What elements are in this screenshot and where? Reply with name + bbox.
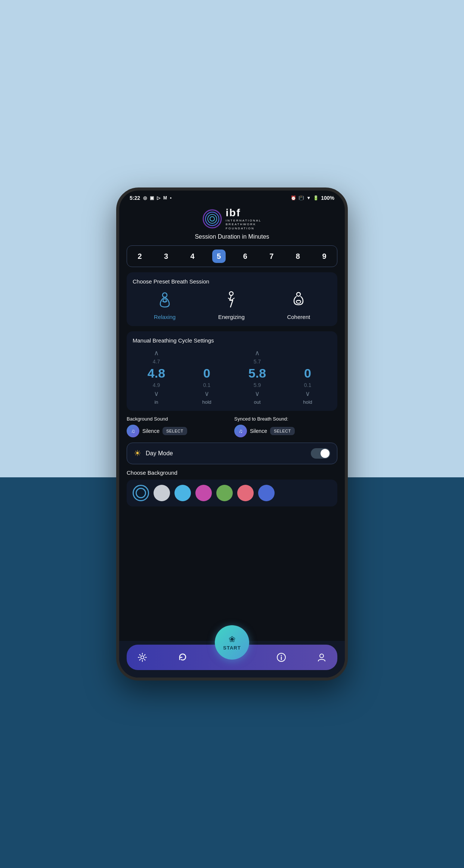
svg-point-12 bbox=[281, 655, 282, 656]
preset-energizing[interactable]: Energizing bbox=[218, 290, 245, 320]
bg-dark[interactable] bbox=[133, 485, 149, 501]
duration-8[interactable]: 8 bbox=[291, 249, 304, 263]
energizing-icon bbox=[221, 290, 242, 311]
logo-section: ibf INTERNATIONALBREATHWORKFOUNDATION Se… bbox=[127, 207, 337, 240]
in-above-value: 4.7 bbox=[153, 359, 160, 365]
breath-hold1-col: ∧ 0 0.1 ∨ hold bbox=[183, 349, 231, 405]
bg-sky-blue[interactable] bbox=[174, 485, 191, 501]
wifi-icon: ▼ bbox=[306, 195, 311, 201]
duration-6[interactable]: 6 bbox=[238, 249, 252, 263]
logo-row: ibf INTERNATIONALBREATHWORKFOUNDATION bbox=[202, 207, 262, 230]
energizing-label: Energizing bbox=[218, 314, 245, 320]
notification-icon: ◎ bbox=[143, 195, 147, 201]
reset-icon bbox=[178, 652, 188, 662]
duration-7[interactable]: 7 bbox=[265, 249, 278, 263]
preset-grid: Relaxing Energizing bbox=[133, 290, 331, 320]
in-below-value: 4.9 bbox=[153, 382, 160, 388]
outer-background: 5:22 ◎ ▣ ▷ M • ⏰ 📳 ▼ 🔋 100% bbox=[0, 0, 464, 868]
sound-section: Background Sound ♫ Silence SELECT Synced… bbox=[127, 416, 337, 437]
duration-2[interactable]: 2 bbox=[133, 249, 146, 263]
svg-point-3 bbox=[210, 217, 214, 221]
in-label: in bbox=[154, 399, 158, 405]
background-sound-title: Background Sound bbox=[127, 416, 230, 422]
hold2-label: hold bbox=[303, 399, 312, 405]
day-mode-toggle[interactable] bbox=[311, 448, 330, 459]
start-button-container: ❀ START bbox=[215, 625, 249, 660]
profile-nav-button[interactable] bbox=[313, 649, 330, 666]
dot-icon: • bbox=[170, 195, 171, 201]
start-label: START bbox=[223, 645, 241, 651]
out-below-value: 5.9 bbox=[254, 382, 261, 388]
in-down-arrow[interactable]: ∨ bbox=[154, 390, 159, 398]
background-sound-group: Background Sound ♫ Silence SELECT bbox=[127, 416, 230, 437]
synced-sound-name: Silence bbox=[250, 428, 267, 434]
out-down-arrow[interactable]: ∨ bbox=[255, 390, 260, 398]
bg-purple[interactable] bbox=[195, 485, 212, 501]
in-main-value: 4.8 bbox=[148, 366, 165, 381]
hold2-down-arrow[interactable]: ∨ bbox=[305, 390, 310, 398]
hold2-above-value bbox=[307, 359, 309, 365]
start-button[interactable]: ❀ START bbox=[215, 625, 249, 660]
message-icon: ▣ bbox=[150, 195, 154, 201]
battery-percent: 100% bbox=[321, 195, 334, 201]
svg-point-13 bbox=[320, 654, 324, 658]
day-mode-card: ☀ Day Mode bbox=[127, 443, 337, 464]
status-right: ⏰ 📳 ▼ 🔋 100% bbox=[291, 195, 334, 201]
svg-point-2 bbox=[208, 214, 217, 223]
svg-point-9 bbox=[141, 656, 144, 659]
duration-9[interactable]: 9 bbox=[318, 249, 331, 263]
synced-sound-icon[interactable]: ♫ bbox=[234, 425, 247, 437]
profile-icon bbox=[317, 652, 327, 662]
breathing-title: Manual Breathing Cycle Settings bbox=[133, 337, 331, 344]
sun-icon: ☀ bbox=[134, 449, 141, 458]
synced-sound-title: Synced to Breath Sound: bbox=[234, 416, 337, 422]
logo-spiral-icon bbox=[202, 209, 222, 229]
reset-nav-button[interactable] bbox=[174, 649, 191, 666]
background-sound-icon[interactable]: ♫ bbox=[127, 425, 139, 437]
session-duration-label: Session Duration in Minutes bbox=[195, 233, 269, 240]
duration-4[interactable]: 4 bbox=[186, 249, 199, 263]
bg-section-title: Choose Background bbox=[127, 469, 337, 476]
bottom-nav: ❀ START bbox=[119, 641, 345, 678]
synced-sound-group: Synced to Breath Sound: ♫ Silence SELECT bbox=[234, 416, 337, 437]
bottom-spacer bbox=[127, 512, 337, 534]
alarm-icon: ⏰ bbox=[291, 195, 296, 201]
vibrate-icon: 📳 bbox=[298, 195, 304, 201]
info-icon bbox=[276, 652, 286, 662]
duration-5[interactable]: 5 bbox=[212, 249, 226, 263]
info-nav-button[interactable] bbox=[273, 649, 290, 666]
lotus-icon: ❀ bbox=[229, 635, 235, 644]
hold1-below-value: 0.1 bbox=[203, 382, 210, 388]
time-display: 5:22 bbox=[130, 195, 140, 201]
hold1-down-arrow[interactable]: ∨ bbox=[204, 390, 209, 398]
bg-pink[interactable] bbox=[237, 485, 254, 501]
bg-section: Choose Background bbox=[127, 469, 337, 506]
duration-picker: 2 3 4 5 6 7 8 9 bbox=[127, 245, 337, 267]
bg-green[interactable] bbox=[216, 485, 233, 501]
bg-picker bbox=[127, 480, 337, 506]
breathing-grid: ∧ 4.7 4.8 4.9 ∨ in ∧ 0 0.1 ∨ hold bbox=[133, 349, 331, 405]
background-select-button[interactable]: SELECT bbox=[163, 427, 187, 435]
duration-3[interactable]: 3 bbox=[160, 249, 173, 263]
mail-icon: M bbox=[163, 195, 167, 201]
hold1-main-value: 0 bbox=[203, 366, 210, 381]
bg-blue[interactable] bbox=[258, 485, 275, 501]
phone-frame: 5:22 ◎ ▣ ▷ M • ⏰ 📳 ▼ 🔋 100% bbox=[116, 187, 348, 681]
synced-sound-row: ♫ Silence SELECT bbox=[234, 425, 337, 437]
day-mode-label: Day Mode bbox=[146, 450, 306, 457]
out-up-arrow[interactable]: ∧ bbox=[255, 349, 260, 357]
out-main-value: 5.8 bbox=[248, 366, 266, 381]
preset-relaxing[interactable]: Relaxing bbox=[154, 290, 176, 320]
in-up-arrow[interactable]: ∧ bbox=[154, 349, 159, 357]
preset-card: Choose Preset Breath Session Relaxing bbox=[127, 272, 337, 326]
bg-light-gray[interactable] bbox=[154, 485, 170, 501]
svg-point-5 bbox=[163, 299, 166, 302]
status-bar: 5:22 ◎ ▣ ▷ M • ⏰ 📳 ▼ 🔋 100% bbox=[119, 190, 345, 203]
logo-ibf-text: ibf bbox=[226, 207, 262, 219]
synced-select-button[interactable]: SELECT bbox=[270, 427, 295, 435]
settings-nav-button[interactable] bbox=[134, 649, 151, 666]
svg-point-4 bbox=[163, 293, 167, 297]
preset-coherent[interactable]: Coherent bbox=[287, 290, 310, 320]
coherent-label: Coherent bbox=[287, 314, 310, 320]
hold2-below-value: 0.1 bbox=[304, 382, 311, 388]
